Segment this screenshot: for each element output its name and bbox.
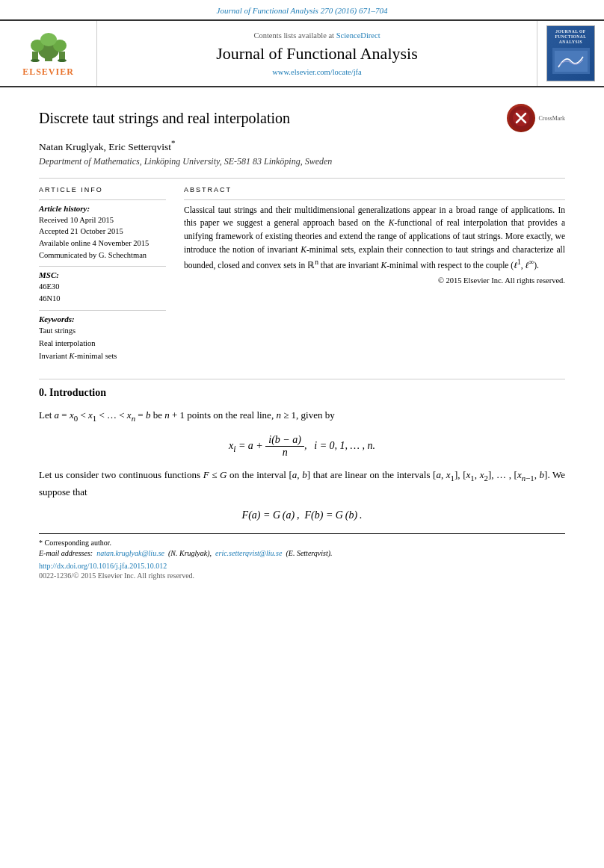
received-date: Received 10 April 2015 xyxy=(39,214,166,226)
journal-url: www.elsevier.com/locate/jfa xyxy=(272,68,361,76)
journal-reference: Journal of Functional Analysis 270 (2016… xyxy=(0,0,604,19)
doi-link[interactable]: http://dx.doi.org/10.1016/j.jfa.2015.10.… xyxy=(39,562,565,570)
journal-header-middle: Contents lists available at ScienceDirec… xyxy=(97,21,537,86)
thumbnail-title: JOURNAL OFFUNCTIONALANALYSIS xyxy=(555,29,587,45)
svg-point-8 xyxy=(58,59,67,62)
keyword-2: Real interpolation xyxy=(39,338,166,350)
abstract-header: Abstract xyxy=(184,186,565,193)
elsevier-logo-section: ELSEVIER xyxy=(0,21,97,86)
author-asterisk: * xyxy=(171,138,176,147)
crossmark-icon xyxy=(507,104,535,132)
crossmark-label: CrossMark xyxy=(538,115,565,122)
formula-2: F(a) = G (a) , F(b) = G (b) . xyxy=(39,509,565,521)
journal-thumbnail: JOURNAL OFFUNCTIONALANALYSIS xyxy=(546,25,595,81)
section-divider xyxy=(39,178,565,179)
msc-section: MSC: 46E30 46N10 xyxy=(39,266,166,306)
keywords-title: Keywords: xyxy=(39,314,166,323)
sciencedirect-link[interactable]: ScienceDirect xyxy=(336,31,380,40)
history-title: Article history: xyxy=(39,204,166,213)
formula-1: xi = a + i(b − a)n, i = 0, 1, … , n. xyxy=(39,434,565,459)
article-title: Discrete taut strings and real interpola… xyxy=(39,108,290,128)
intro-paragraph-1: Let a = x0 < x1 < … < xn = b be n + 1 po… xyxy=(39,408,565,425)
issn-copyright: 0022-1236/© 2015 Elsevier Inc. All right… xyxy=(39,571,565,580)
communicated-by: Communicated by G. Schechtman xyxy=(39,249,166,261)
email-link-kruglyak[interactable]: natan.kruglyak@liu.se xyxy=(96,549,164,557)
article-info-column: Article Info Article history: Received 1… xyxy=(39,186,166,368)
header-banner: ELSEVIER Contents lists available at Sci… xyxy=(0,19,604,87)
available-date: Available online 4 November 2015 xyxy=(39,238,166,249)
abstract-content: Classical taut strings and their multidi… xyxy=(184,199,565,285)
journal-thumbnail-section: JOURNAL OFFUNCTIONALANALYSIS xyxy=(537,21,604,86)
intro-paragraph-2: Let us consider two continuous functions… xyxy=(39,468,565,500)
elsevier-tree-icon xyxy=(19,29,78,65)
corresponding-author-note: * Corresponding author. xyxy=(39,539,565,547)
crossmark-badge[interactable]: CrossMark xyxy=(507,104,565,132)
elsevier-wordmark: ELSEVIER xyxy=(22,66,74,78)
doi-anchor[interactable]: http://dx.doi.org/10.1016/j.jfa.2015.10.… xyxy=(39,562,167,570)
article-history: Article history: Received 10 April 2015 … xyxy=(39,199,166,261)
msc-code-1: 46E30 xyxy=(39,281,166,294)
keywords-section: Keywords: Taut strings Real interpolatio… xyxy=(39,310,166,362)
article-info-header: Article Info xyxy=(39,186,166,193)
thumbnail-image xyxy=(552,48,590,74)
authors: Natan Kruglyak, Eric Setterqvist* xyxy=(39,138,565,153)
affiliation: Department of Mathematics, Linköping Uni… xyxy=(39,156,565,167)
title-row: Discrete taut strings and real interpola… xyxy=(39,101,565,138)
msc-code-2: 46N10 xyxy=(39,293,166,306)
email-addresses: E-mail addresses: natan.kruglyak@liu.se … xyxy=(39,549,565,557)
accepted-date: Accepted 21 October 2015 xyxy=(39,226,166,238)
svg-point-7 xyxy=(31,59,40,62)
main-content: Discrete taut strings and real interpola… xyxy=(0,87,604,595)
msc-title: MSC: xyxy=(39,270,166,279)
email-link-setterqvist[interactable]: eric.setterqvist@liu.se xyxy=(215,549,282,557)
abstract-column: Abstract Classical taut strings and thei… xyxy=(184,186,565,368)
footer-divider xyxy=(39,533,565,534)
journal-title: Journal of Functional Analysis xyxy=(216,44,417,63)
keyword-3: Invariant K-minimal sets xyxy=(39,350,166,363)
intro-divider xyxy=(39,379,565,379)
abstract-copyright: © 2015 Elsevier Inc. All rights reserved… xyxy=(184,276,565,285)
abstract-text: Classical taut strings and their multidi… xyxy=(184,204,565,273)
info-abstract-columns: Article Info Article history: Received 1… xyxy=(39,186,565,368)
keyword-1: Taut strings xyxy=(39,325,166,338)
contents-lists-text: Contents lists available at ScienceDirec… xyxy=(253,31,380,40)
svg-point-4 xyxy=(40,33,57,46)
section-title-introduction: 0. Introduction xyxy=(39,387,565,399)
